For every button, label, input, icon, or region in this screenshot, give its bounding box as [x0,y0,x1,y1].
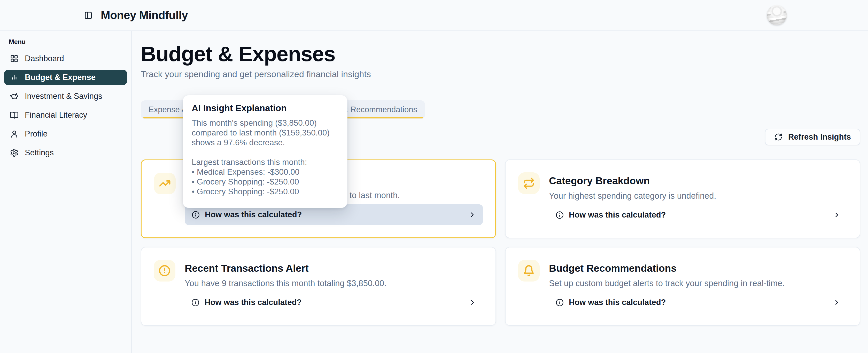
repeat-icon [523,177,535,189]
how-calculated-row[interactable]: How was this calculated? [549,205,847,225]
piggy-bank-icon [10,92,19,101]
sidebar-item-investment-savings[interactable]: Investment & Savings [4,89,127,104]
how-calculated-row[interactable]: How was this calculated? [185,292,483,313]
chevron-right-icon [468,211,476,218]
tooltip-list-header: Largest transactions this month: [192,157,338,167]
sidebar-item-dashboard[interactable]: Dashboard [4,51,127,66]
info-icon [556,211,564,219]
sidebar-item-label: Profile [25,129,48,139]
app-title: Money Mindfully [101,9,188,22]
bell-icon [523,265,535,277]
card-budget-recommendations: Budget Recommendations Set up custom bud… [505,247,860,326]
card-description: Your highest spending category is undefi… [549,191,847,201]
user-icon [10,130,19,138]
sidebar-item-label: Budget & Expense [25,73,96,82]
alert-circle-icon [159,265,170,277]
app-root: Money Mindfully Menu Dashboard Budget & … [0,0,868,353]
refresh-insights-button[interactable]: Refresh Insights [765,129,860,145]
info-icon [191,298,199,307]
sidebar-item-financial-literacy[interactable]: Financial Literacy [4,107,127,123]
card-description: Set up custom budget alerts to track you… [549,279,847,288]
ai-insight-tooltip: AI Insight Explanation This month's spen… [183,95,347,208]
tooltip-bullet: • Medical Expenses: -$300.00 [192,167,338,177]
chevron-right-icon [833,298,841,306]
panel-left-icon [84,10,93,20]
sidebar-item-label: Investment & Savings [25,92,102,101]
card-category-breakdown: Category Breakdown Your highest spending… [505,160,860,238]
how-calculated-label: How was this calculated? [205,210,302,219]
how-calculated-label: How was this calculated? [569,210,666,220]
info-icon [556,298,564,307]
gear-icon [10,148,19,157]
card-title: Category Breakdown [549,175,847,187]
refresh-icon [774,133,782,141]
card-description-fragment: to last month. [349,191,400,200]
sidebar-item-label: Financial Literacy [25,110,87,120]
refresh-insights-label: Refresh Insights [788,132,851,142]
card-icon-container [518,172,540,194]
bar-chart-icon [10,73,19,82]
sidebar: Menu Dashboard Budget & Expense Investme… [0,31,132,353]
book-open-icon [10,111,19,119]
card-texts: Category Breakdown Your highest spending… [549,172,847,225]
sidebar-item-budget-expense[interactable]: Budget & Expense [4,70,127,85]
tooltip-bullet: • Grocery Shopping: -$250.00 [192,186,338,197]
sidebar-toggle-button[interactable] [83,10,94,21]
card-icon-container [154,260,176,282]
sidebar-item-settings[interactable]: Settings [4,145,127,161]
app-header: Money Mindfully [0,0,868,31]
tooltip-bullet: • Grocery Shopping: -$250.00 [192,177,338,186]
page-title: Budget & Expenses [141,41,860,67]
how-calculated-label: How was this calculated? [569,298,666,307]
page-subtitle: Track your spending and get personalized… [141,69,860,79]
tooltip-body: This month's spending ($3,850.00) compar… [192,118,338,197]
chevron-right-icon [833,211,841,219]
tooltip-title: AI Insight Explanation [192,103,338,113]
avatar[interactable] [767,5,787,25]
sidebar-item-profile[interactable]: Profile [4,126,127,142]
how-calculated-label: How was this calculated? [205,298,302,307]
card-recent-transactions-alert: Recent Transactions Alert You have 9 tra… [141,247,496,326]
card-description: You have 9 transactions this month total… [185,279,483,288]
card-icon-container [518,260,540,282]
card-texts: Budget Recommendations Set up custom bud… [549,260,847,313]
card-title: Budget Recommendations [549,262,847,275]
card-icon-container [154,173,176,194]
card-texts: Recent Transactions Alert You have 9 tra… [185,260,483,313]
tooltip-paragraph: This month's spending ($3,850.00) compar… [192,118,338,147]
card-title: Recent Transactions Alert [185,262,483,275]
sidebar-section-label: Menu [9,38,131,46]
chevron-right-icon [469,298,476,306]
dashboard-grid-icon [10,54,19,63]
how-calculated-row[interactable]: How was this calculated? [549,292,847,313]
sidebar-item-label: Settings [25,148,54,157]
info-icon [192,211,200,219]
trending-up-icon [159,178,171,189]
sidebar-item-label: Dashboard [25,54,64,63]
